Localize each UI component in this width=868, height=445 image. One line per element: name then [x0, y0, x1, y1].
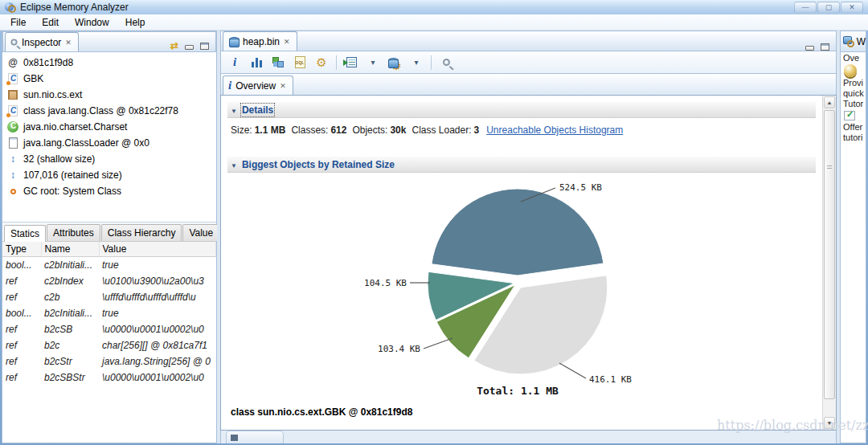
dominator-tree-icon[interactable] — [272, 57, 284, 67]
tab-class-hierarchy[interactable]: Class Hierarchy — [101, 224, 182, 241]
biggest-objects-section-header[interactable]: Biggest Objects by Retained Size — [227, 157, 816, 173]
table-cell: ref — [2, 273, 41, 289]
maximize-editor-icon[interactable] — [821, 43, 829, 51]
overview-info-icon[interactable] — [227, 55, 242, 70]
overview-tab-label: Overview — [235, 80, 276, 92]
table-cell: b2cSBStr — [41, 369, 99, 386]
menu-bar: File Edit Window Help — [0, 14, 868, 31]
inspector-tab[interactable]: Inspector — [5, 32, 79, 51]
welcome-panel: W Ove Provi quick Tutor Offer tutori — [840, 31, 866, 443]
partial-tab[interactable] — [226, 431, 284, 443]
statics-table: Type Name Value bool...c2bInitiali...tru… — [2, 242, 216, 386]
tab-statics[interactable]: Statics — [4, 225, 46, 242]
table-cell: \u0100\u3900\u2a00\u3 — [99, 273, 216, 289]
menu-help[interactable]: Help — [118, 15, 153, 30]
tree-item-class-name[interactable]: GBK — [2, 71, 216, 87]
charset-class-icon — [7, 121, 18, 133]
biggest-objects-header-label: Biggest Objects by Retained Size — [242, 159, 395, 170]
label-leader-line — [559, 363, 586, 378]
inspector-panel: Inspector 0x81c1f9d8 GBK sun.nio.cs.ext … — [2, 31, 217, 443]
table-row[interactable]: refb2cStrjava.lang.String[256] @ 0 — [2, 353, 216, 369]
table-row[interactable]: refb2cSBStr\u0000\u0001\u0002\u0 — [2, 369, 216, 386]
histogram-icon[interactable] — [252, 58, 262, 67]
tab-value[interactable]: Value — [182, 224, 219, 241]
tree-item-retained-size[interactable]: 107,016 (retained size) — [2, 167, 216, 183]
close-button[interactable]: ✕ — [841, 2, 863, 13]
heap-dropdown-icon[interactable] — [409, 55, 424, 70]
table-row[interactable]: bool...b2cInitiali...true — [2, 305, 216, 321]
scroll-down-icon[interactable] — [824, 417, 835, 429]
table-row[interactable]: refb2cSB\u0000\u0001\u0002\u0 — [2, 321, 216, 337]
class-icon — [8, 105, 18, 116]
tree-item-superclass[interactable]: java.nio.charset.Charset — [2, 119, 216, 135]
statics-table-body: bool...c2bInitiali...truerefc2bIndex\u01… — [2, 257, 216, 386]
search-icon[interactable] — [443, 59, 450, 66]
col-type[interactable]: Type — [2, 242, 41, 257]
welcome-text-fragment: Ove — [841, 52, 866, 63]
classloader-icon — [9, 137, 18, 149]
col-name[interactable]: Name — [41, 242, 99, 257]
collapse-arrow-icon[interactable] — [231, 159, 237, 170]
table-row[interactable]: refc2b\ufffd\ufffd\ufffd\ufffd\u — [2, 289, 216, 305]
unreachable-objects-link[interactable]: Unreachable Objects Histogram — [486, 125, 623, 136]
table-cell: ref — [2, 337, 41, 353]
pie-slice[interactable] — [432, 189, 604, 276]
table-cell: ref — [2, 353, 41, 369]
tree-item-classloader[interactable]: java.lang.ClassLoader @ 0x0 — [2, 135, 216, 151]
table-cell: bool... — [2, 257, 41, 273]
minimize-button[interactable]: — — [794, 2, 817, 13]
tree-item-address[interactable]: 0x81c1f9d8 — [2, 55, 216, 71]
heap-dump-actions-icon[interactable] — [387, 57, 396, 67]
crystal-ball-icon[interactable] — [844, 64, 857, 77]
at-icon — [6, 56, 19, 69]
tab-attributes[interactable]: Attributes — [47, 224, 100, 241]
tutorial-check-icon[interactable] — [844, 111, 855, 120]
query-dropdown-icon[interactable] — [366, 55, 380, 70]
table-row[interactable]: refb2cchar[256][] @ 0x81ca7f1 — [2, 337, 216, 353]
table-row[interactable]: bool...c2bInitiali...true — [2, 257, 216, 273]
content-scrollbar[interactable] — [822, 96, 836, 430]
pie-slice-label: 524.5 KB — [559, 182, 602, 193]
tree-item-gc-root[interactable]: GC root: System Class — [2, 183, 216, 199]
close-icon[interactable] — [280, 80, 286, 91]
welcome-panel-tab[interactable]: W — [841, 31, 866, 52]
minimize-view-icon[interactable] — [185, 45, 194, 50]
tree-item-shallow-size[interactable]: 32 (shallow size) — [2, 151, 216, 167]
table-cell: b2c — [41, 337, 99, 353]
scrollbar-thumb[interactable] — [824, 110, 835, 399]
maximize-button[interactable]: ▢ — [817, 2, 840, 13]
welcome-tab-label: W — [857, 36, 866, 47]
overview-tab[interactable]: Overview — [223, 76, 293, 95]
table-cell: b2cInitiali... — [41, 305, 99, 321]
editor-tab-heap-bin[interactable]: heap.bin — [223, 31, 297, 51]
table-row[interactable]: refc2bIndex\u0100\u3900\u2a00\u3 — [2, 273, 216, 289]
pie-slice-label: 416.1 KB — [589, 374, 632, 385]
maximize-view-icon[interactable] — [200, 43, 209, 50]
menu-edit[interactable]: Edit — [35, 15, 66, 30]
collapse-arrow-icon[interactable] — [231, 104, 237, 116]
inspector-icon — [10, 39, 17, 45]
query-browser-icon[interactable] — [346, 57, 357, 67]
oql-icon[interactable] — [295, 56, 305, 68]
selected-class-label: class sun.nio.cs.ext.GBK @ 0x81c1f9d8 — [231, 406, 816, 418]
tree-item-package[interactable]: sun.nio.cs.ext — [2, 87, 216, 103]
close-icon[interactable] — [284, 36, 290, 47]
welcome-text-fragment: Tutor — [841, 98, 866, 108]
tree-item-class-object[interactable]: class java.lang.Class @ 0x81c22f78 — [2, 103, 216, 119]
scroll-up-icon[interactable] — [824, 96, 835, 108]
label-leader-line — [424, 338, 452, 349]
heap-dump-icon — [228, 36, 239, 47]
close-icon[interactable] — [65, 37, 72, 47]
gc-root-icon — [10, 189, 16, 194]
toolbar-separator — [431, 55, 432, 70]
link-with-snapshot-icon[interactable] — [170, 40, 178, 51]
minimize-editor-icon[interactable] — [805, 46, 814, 51]
details-section-header[interactable]: Details — [227, 102, 816, 118]
col-value[interactable]: Value — [99, 242, 216, 257]
menu-window[interactable]: Window — [68, 15, 117, 30]
menu-file[interactable]: File — [3, 15, 33, 30]
editor-tab-label: heap.bin — [243, 36, 280, 47]
table-cell: true — [99, 305, 216, 321]
expert-system-icon[interactable] — [314, 55, 329, 70]
table-cell: \u0000\u0001\u0002\u0 — [99, 321, 216, 337]
